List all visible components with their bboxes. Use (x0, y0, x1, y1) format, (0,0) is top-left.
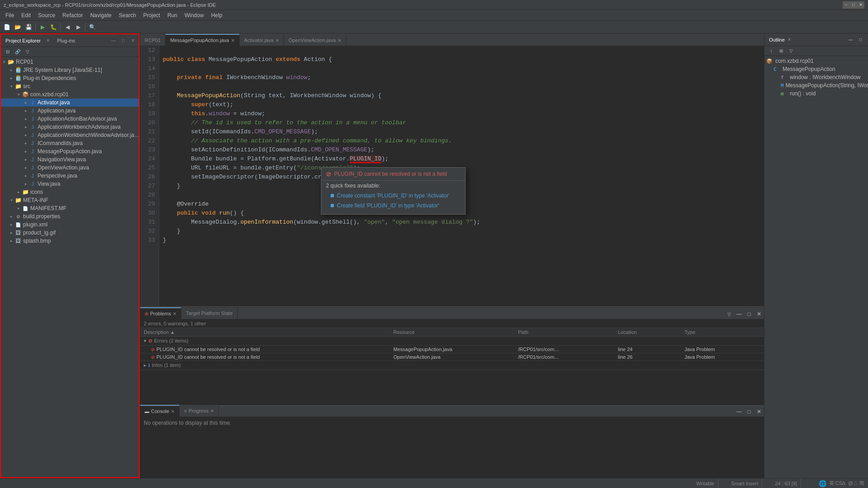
tab-outline[interactable]: Outline (767, 36, 787, 43)
problems-filter-button[interactable]: ▽ (724, 309, 734, 319)
editor-content[interactable]: 1213141516171819202122232425262728293031… (140, 46, 764, 306)
problems-section-errors[interactable]: ▾⊘Errors (2 items) (140, 337, 764, 346)
editor-tab-0[interactable]: RCP01 (140, 34, 165, 46)
tree-item-buildprop[interactable]: ▸⚙build.properties (1, 212, 139, 221)
outline-item-3[interactable]: MMessagePopupAction(String, IWorkbenchWi… (764, 81, 868, 89)
problems-maximize[interactable]: □ (744, 309, 754, 319)
menu-item-file[interactable]: File (2, 11, 18, 20)
problem-row-0[interactable]: ⊘PLUGIN_ID cannot be resolved or is not … (140, 346, 764, 353)
toolbar-forward[interactable]: ▶ (73, 22, 83, 32)
tree-item-View[interactable]: ▸JView.java (1, 180, 139, 188)
close-button[interactable]: ✕ (857, 1, 864, 9)
menu-item-project[interactable]: Project (140, 11, 164, 20)
tree-item-ICommandIds[interactable]: ▸JICommandIds.java (1, 139, 139, 147)
tree-toggle-src[interactable]: ▾ (8, 84, 14, 89)
minimize-button[interactable]: − (843, 1, 850, 9)
editor-tab-3[interactable]: OpenViewAction.java✕ (284, 34, 346, 46)
tree-item-plugin-deps[interactable]: ▸🫙Plug-in Dependencies (1, 74, 139, 82)
tree-item-splash[interactable]: ▸🖼splash.bmp (1, 237, 139, 245)
col-path[interactable]: Path (514, 328, 614, 337)
toolbar-search[interactable]: 🔍 (87, 22, 97, 32)
menu-item-run[interactable]: Run (164, 11, 181, 20)
tree-item-MessagePopup[interactable]: ▸JMessagePopupAction.java (1, 147, 139, 155)
toolbar-open[interactable]: 📂 (13, 22, 23, 32)
menu-item-search[interactable]: Search (115, 11, 140, 20)
col-resource[interactable]: Resource (390, 328, 514, 337)
tree-item-AppActionBar[interactable]: ▸JApplicationActionBarAdvisor.java (1, 115, 139, 123)
tree-toggle-ICommandIds[interactable]: ▸ (23, 141, 29, 145)
quickfix-item-2[interactable]: Create field 'PLUGIN_ID' in type 'Activa… (321, 201, 465, 211)
toolbar-new[interactable]: 📄 (2, 22, 12, 32)
outline-item-4[interactable]: mrun() : void (764, 89, 868, 98)
menu-item-source[interactable]: Source (34, 11, 59, 20)
outline-item-1[interactable]: CMessagePopupAction (764, 65, 868, 73)
quickfix-popup[interactable]: ⊘ PLUGIN_ID cannot be resolved or is not… (321, 167, 466, 215)
tree-toggle-AppActionBar[interactable]: ▸ (23, 117, 29, 121)
col-type[interactable]: Type (681, 328, 764, 337)
tree-toggle-Perspective[interactable]: ▸ (23, 174, 29, 178)
tree-item-NavView[interactable]: ▸JNavigationView.java (1, 155, 139, 164)
tree-item-AppWorkbenchWindow[interactable]: ▸JApplicationWorkbenchWindowAdvisor.ja… (1, 131, 139, 139)
quickfix-item-1[interactable]: Create constant 'PLUGIN_ID' in type 'Act… (321, 191, 465, 201)
tree-toggle-buildprop[interactable]: ▸ (8, 214, 14, 219)
tree-toggle-Activator[interactable]: ▸ (23, 100, 29, 105)
outline-item-0[interactable]: 📦com.xzbd.rcp01 (764, 57, 868, 65)
menu-item-edit[interactable]: Edit (18, 11, 34, 20)
toolbar-back[interactable]: ◀ (62, 22, 72, 32)
editor-tab-2[interactable]: Activator.java✕ (240, 34, 284, 46)
outline-sort[interactable]: ↕ (766, 46, 776, 56)
tree-item-AppWorkbench[interactable]: ▸JApplicationWorkbenchAdvisor.java (1, 123, 139, 131)
tree-toggle-icons[interactable]: ▸ (15, 190, 22, 194)
tab-progress[interactable]: ≡ Progress ✕ (179, 405, 219, 417)
tree-item-metainf[interactable]: ▾📁META-INF (1, 196, 139, 204)
tree-item-Activator[interactable]: ▸JActivator.java (1, 99, 139, 107)
menu-item-window[interactable]: Window (181, 11, 208, 20)
left-panel-close[interactable]: ✕ (130, 38, 136, 43)
left-panel-minimize[interactable]: — (110, 38, 117, 43)
tree-toggle-NavView[interactable]: ▸ (23, 157, 29, 162)
tree-item-productlg[interactable]: ▸🖼product_lg.gif (1, 229, 139, 237)
collapse-all-button[interactable]: ⊟ (3, 47, 13, 57)
tree-item-Perspective[interactable]: ▸JPerspective.java (1, 172, 139, 180)
toolbar-debug[interactable]: 🐛 (48, 22, 58, 32)
tree-item-icons[interactable]: ▸📁icons (1, 188, 139, 196)
tab-console[interactable]: ▬ Console ✕ (140, 405, 179, 417)
tab-target-platform[interactable]: Target Platform State (181, 307, 237, 319)
link-editor-button[interactable]: 🔗 (13, 47, 23, 57)
console-close[interactable]: ✕ (754, 407, 764, 417)
editor-tab-close-3[interactable]: ✕ (338, 38, 341, 43)
tree-item-src[interactable]: ▾📁src (1, 82, 139, 90)
tree-toggle-plugin-deps[interactable]: ▸ (8, 76, 14, 80)
problems-close[interactable]: ✕ (754, 309, 764, 319)
tree-toggle-OpenView[interactable]: ▸ (23, 165, 29, 170)
editor-tab-close-1[interactable]: ✕ (231, 38, 235, 43)
filter-button[interactable]: ▽ (23, 47, 33, 57)
tree-toggle-com-xzbd[interactable]: ▾ (15, 92, 22, 97)
problems-section-infos[interactable]: ▸ℹInfos (1 item) (140, 361, 764, 370)
outline-maximize[interactable]: □ (855, 35, 865, 45)
problems-minimize[interactable]: — (734, 309, 744, 319)
tree-item-com-xzbd[interactable]: ▾📦com.xzbd.rcp01 (1, 90, 139, 99)
tree-toggle-View[interactable]: ▸ (23, 182, 29, 186)
tree-toggle-metainf[interactable]: ▾ (8, 198, 14, 202)
tree-toggle-productlg[interactable]: ▸ (8, 230, 14, 235)
outline-hide-fields[interactable]: ⊞ (776, 46, 786, 56)
tree-toggle-Application[interactable]: ▸ (23, 108, 29, 113)
tree-toggle-jre[interactable]: ▸ (8, 68, 14, 72)
tree-toggle-splash[interactable]: ▸ (8, 239, 14, 243)
editor-tab-1[interactable]: MessagePopupAction.java✕ (165, 34, 239, 46)
outline-item-2[interactable]: fwindow : IWorkbenchWindow (764, 73, 868, 81)
tree-item-Application[interactable]: ▸JApplication.java (1, 107, 139, 115)
tree-item-pluginxml[interactable]: ▸📄plugin.xml (1, 221, 139, 229)
tree-item-manifest[interactable]: ▸📄MANIFEST.MF (1, 204, 139, 212)
console-maximize[interactable]: □ (744, 407, 754, 417)
tree-toggle-AppWorkbenchWindow[interactable]: ▸ (23, 133, 29, 137)
outline-filter[interactable]: ▽ (786, 46, 796, 56)
maximize-button[interactable]: □ (850, 1, 857, 9)
menu-item-navigate[interactable]: Navigate (86, 11, 115, 20)
menu-item-help[interactable]: Help (208, 11, 226, 20)
left-panel-maximize[interactable]: □ (121, 38, 126, 43)
tree-toggle-rcp01[interactable]: ▾ (1, 60, 7, 64)
col-description[interactable]: Description ▲ (140, 328, 390, 337)
problem-row-1[interactable]: ⊘PLUGIN_ID cannot be resolved or is not … (140, 353, 764, 361)
